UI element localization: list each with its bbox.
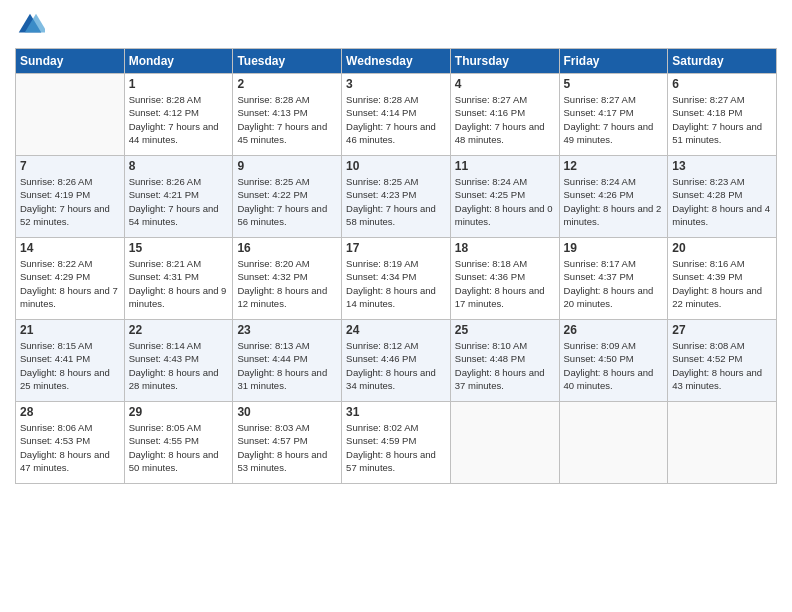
- day-header-friday: Friday: [559, 49, 668, 74]
- day-header-monday: Monday: [124, 49, 233, 74]
- calendar-cell: 17Sunrise: 8:19 AMSunset: 4:34 PMDayligh…: [342, 238, 451, 320]
- day-info: Sunrise: 8:26 AMSunset: 4:21 PMDaylight:…: [129, 175, 229, 228]
- calendar-cell: 1Sunrise: 8:28 AMSunset: 4:12 PMDaylight…: [124, 74, 233, 156]
- day-header-wednesday: Wednesday: [342, 49, 451, 74]
- day-number: 8: [129, 159, 229, 173]
- day-number: 17: [346, 241, 446, 255]
- calendar-cell: 20Sunrise: 8:16 AMSunset: 4:39 PMDayligh…: [668, 238, 777, 320]
- day-number: 12: [564, 159, 664, 173]
- day-info: Sunrise: 8:21 AMSunset: 4:31 PMDaylight:…: [129, 257, 229, 310]
- day-number: 26: [564, 323, 664, 337]
- calendar-cell: 8Sunrise: 8:26 AMSunset: 4:21 PMDaylight…: [124, 156, 233, 238]
- calendar-cell: [668, 402, 777, 484]
- calendar-cell: 18Sunrise: 8:18 AMSunset: 4:36 PMDayligh…: [450, 238, 559, 320]
- day-number: 27: [672, 323, 772, 337]
- day-info: Sunrise: 8:20 AMSunset: 4:32 PMDaylight:…: [237, 257, 337, 310]
- day-info: Sunrise: 8:06 AMSunset: 4:53 PMDaylight:…: [20, 421, 120, 474]
- day-info: Sunrise: 8:05 AMSunset: 4:55 PMDaylight:…: [129, 421, 229, 474]
- calendar-cell: 24Sunrise: 8:12 AMSunset: 4:46 PMDayligh…: [342, 320, 451, 402]
- calendar-cell: 29Sunrise: 8:05 AMSunset: 4:55 PMDayligh…: [124, 402, 233, 484]
- logo: [15, 10, 47, 40]
- week-row-2: 7Sunrise: 8:26 AMSunset: 4:19 PMDaylight…: [16, 156, 777, 238]
- calendar-cell: 7Sunrise: 8:26 AMSunset: 4:19 PMDaylight…: [16, 156, 125, 238]
- calendar-cell: 10Sunrise: 8:25 AMSunset: 4:23 PMDayligh…: [342, 156, 451, 238]
- day-number: 5: [564, 77, 664, 91]
- header: [15, 10, 777, 40]
- day-number: 15: [129, 241, 229, 255]
- day-number: 19: [564, 241, 664, 255]
- day-info: Sunrise: 8:27 AMSunset: 4:17 PMDaylight:…: [564, 93, 664, 146]
- day-info: Sunrise: 8:14 AMSunset: 4:43 PMDaylight:…: [129, 339, 229, 392]
- day-info: Sunrise: 8:22 AMSunset: 4:29 PMDaylight:…: [20, 257, 120, 310]
- day-number: 9: [237, 159, 337, 173]
- day-number: 30: [237, 405, 337, 419]
- calendar-cell: 26Sunrise: 8:09 AMSunset: 4:50 PMDayligh…: [559, 320, 668, 402]
- calendar-cell: 27Sunrise: 8:08 AMSunset: 4:52 PMDayligh…: [668, 320, 777, 402]
- calendar-cell: 16Sunrise: 8:20 AMSunset: 4:32 PMDayligh…: [233, 238, 342, 320]
- day-info: Sunrise: 8:12 AMSunset: 4:46 PMDaylight:…: [346, 339, 446, 392]
- week-row-5: 28Sunrise: 8:06 AMSunset: 4:53 PMDayligh…: [16, 402, 777, 484]
- calendar-cell: 14Sunrise: 8:22 AMSunset: 4:29 PMDayligh…: [16, 238, 125, 320]
- calendar-cell: 4Sunrise: 8:27 AMSunset: 4:16 PMDaylight…: [450, 74, 559, 156]
- calendar-cell: 13Sunrise: 8:23 AMSunset: 4:28 PMDayligh…: [668, 156, 777, 238]
- day-number: 29: [129, 405, 229, 419]
- calendar-cell: 30Sunrise: 8:03 AMSunset: 4:57 PMDayligh…: [233, 402, 342, 484]
- day-info: Sunrise: 8:24 AMSunset: 4:26 PMDaylight:…: [564, 175, 664, 228]
- day-number: 14: [20, 241, 120, 255]
- day-number: 2: [237, 77, 337, 91]
- day-header-thursday: Thursday: [450, 49, 559, 74]
- day-info: Sunrise: 8:10 AMSunset: 4:48 PMDaylight:…: [455, 339, 555, 392]
- day-info: Sunrise: 8:28 AMSunset: 4:12 PMDaylight:…: [129, 93, 229, 146]
- calendar-cell: 9Sunrise: 8:25 AMSunset: 4:22 PMDaylight…: [233, 156, 342, 238]
- week-row-3: 14Sunrise: 8:22 AMSunset: 4:29 PMDayligh…: [16, 238, 777, 320]
- day-number: 24: [346, 323, 446, 337]
- week-row-4: 21Sunrise: 8:15 AMSunset: 4:41 PMDayligh…: [16, 320, 777, 402]
- day-info: Sunrise: 8:17 AMSunset: 4:37 PMDaylight:…: [564, 257, 664, 310]
- calendar-cell: [450, 402, 559, 484]
- day-number: 28: [20, 405, 120, 419]
- calendar-cell: 3Sunrise: 8:28 AMSunset: 4:14 PMDaylight…: [342, 74, 451, 156]
- week-row-1: 1Sunrise: 8:28 AMSunset: 4:12 PMDaylight…: [16, 74, 777, 156]
- day-number: 22: [129, 323, 229, 337]
- calendar-cell: 25Sunrise: 8:10 AMSunset: 4:48 PMDayligh…: [450, 320, 559, 402]
- day-header-saturday: Saturday: [668, 49, 777, 74]
- calendar-cell: 31Sunrise: 8:02 AMSunset: 4:59 PMDayligh…: [342, 402, 451, 484]
- day-number: 3: [346, 77, 446, 91]
- calendar-table: SundayMondayTuesdayWednesdayThursdayFrid…: [15, 48, 777, 484]
- calendar-cell: 21Sunrise: 8:15 AMSunset: 4:41 PMDayligh…: [16, 320, 125, 402]
- day-info: Sunrise: 8:09 AMSunset: 4:50 PMDaylight:…: [564, 339, 664, 392]
- calendar-cell: 22Sunrise: 8:14 AMSunset: 4:43 PMDayligh…: [124, 320, 233, 402]
- day-number: 13: [672, 159, 772, 173]
- calendar-cell: [16, 74, 125, 156]
- calendar-cell: 12Sunrise: 8:24 AMSunset: 4:26 PMDayligh…: [559, 156, 668, 238]
- day-number: 7: [20, 159, 120, 173]
- day-number: 11: [455, 159, 555, 173]
- day-info: Sunrise: 8:16 AMSunset: 4:39 PMDaylight:…: [672, 257, 772, 310]
- day-number: 31: [346, 405, 446, 419]
- day-info: Sunrise: 8:25 AMSunset: 4:23 PMDaylight:…: [346, 175, 446, 228]
- day-info: Sunrise: 8:27 AMSunset: 4:16 PMDaylight:…: [455, 93, 555, 146]
- day-info: Sunrise: 8:19 AMSunset: 4:34 PMDaylight:…: [346, 257, 446, 310]
- day-info: Sunrise: 8:03 AMSunset: 4:57 PMDaylight:…: [237, 421, 337, 474]
- calendar-cell: 15Sunrise: 8:21 AMSunset: 4:31 PMDayligh…: [124, 238, 233, 320]
- calendar-cell: 5Sunrise: 8:27 AMSunset: 4:17 PMDaylight…: [559, 74, 668, 156]
- day-info: Sunrise: 8:08 AMSunset: 4:52 PMDaylight:…: [672, 339, 772, 392]
- day-number: 1: [129, 77, 229, 91]
- calendar-cell: 6Sunrise: 8:27 AMSunset: 4:18 PMDaylight…: [668, 74, 777, 156]
- header-row: SundayMondayTuesdayWednesdayThursdayFrid…: [16, 49, 777, 74]
- day-number: 18: [455, 241, 555, 255]
- day-number: 4: [455, 77, 555, 91]
- day-info: Sunrise: 8:18 AMSunset: 4:36 PMDaylight:…: [455, 257, 555, 310]
- calendar-cell: [559, 402, 668, 484]
- calendar-cell: 19Sunrise: 8:17 AMSunset: 4:37 PMDayligh…: [559, 238, 668, 320]
- day-info: Sunrise: 8:13 AMSunset: 4:44 PMDaylight:…: [237, 339, 337, 392]
- day-number: 25: [455, 323, 555, 337]
- day-info: Sunrise: 8:25 AMSunset: 4:22 PMDaylight:…: [237, 175, 337, 228]
- day-number: 6: [672, 77, 772, 91]
- day-info: Sunrise: 8:02 AMSunset: 4:59 PMDaylight:…: [346, 421, 446, 474]
- day-header-sunday: Sunday: [16, 49, 125, 74]
- day-number: 16: [237, 241, 337, 255]
- day-number: 20: [672, 241, 772, 255]
- day-info: Sunrise: 8:27 AMSunset: 4:18 PMDaylight:…: [672, 93, 772, 146]
- logo-icon: [15, 10, 45, 40]
